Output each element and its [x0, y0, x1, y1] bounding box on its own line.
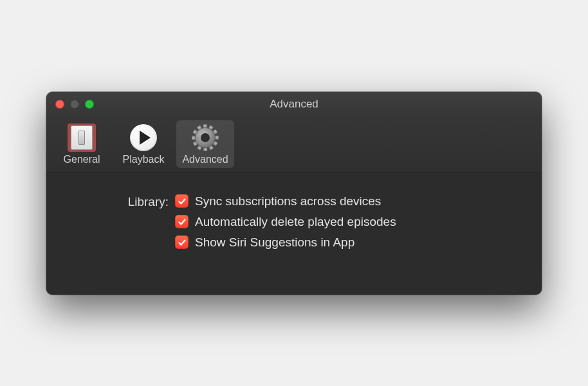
zoom-button[interactable]: [85, 100, 94, 109]
tab-general[interactable]: General: [53, 120, 111, 168]
tab-advanced-label: Advanced: [182, 154, 228, 165]
library-label: Library:: [66, 194, 175, 209]
checkmark-icon: [178, 238, 187, 247]
preferences-toolbar: General Playback: [46, 116, 542, 172]
titlebar[interactable]: Advanced: [46, 92, 542, 116]
option-sync-label: Sync subscriptions across devices: [195, 194, 381, 208]
traffic-lights: [55, 100, 94, 109]
tab-playback-label: Playback: [123, 154, 165, 165]
minimize-button[interactable]: [70, 100, 79, 109]
option-siri-suggestions[interactable]: Show Siri Suggestions in App: [175, 235, 396, 250]
checkmark-icon: [178, 197, 187, 206]
checkmark-icon: [178, 217, 187, 226]
tab-general-label: General: [64, 154, 100, 165]
option-auto-delete[interactable]: Automatically delete played episodes: [175, 215, 396, 229]
window-title: Advanced: [46, 98, 542, 111]
play-icon: [129, 123, 158, 152]
content-area: Library: Sync subscriptions across devic…: [46, 172, 542, 295]
option-siri-label: Show Siri Suggestions in App: [195, 235, 354, 250]
tab-advanced[interactable]: Advanced: [176, 120, 234, 168]
option-delete-label: Automatically delete played episodes: [195, 215, 396, 229]
light-switch-icon: [67, 123, 96, 152]
checkbox-siri[interactable]: [175, 235, 188, 249]
preferences-window: Advanced General Playback: [46, 92, 542, 295]
checkbox-auto-delete[interactable]: [175, 215, 188, 228]
gear-icon: [190, 123, 220, 152]
svg-point-13: [201, 133, 210, 142]
option-sync-subscriptions[interactable]: Sync subscriptions across devices: [175, 194, 396, 208]
checkbox-sync[interactable]: [175, 194, 188, 208]
tab-playback[interactable]: Playback: [115, 120, 172, 168]
close-button[interactable]: [55, 100, 64, 109]
library-options: Sync subscriptions across devices Automa…: [175, 194, 396, 250]
